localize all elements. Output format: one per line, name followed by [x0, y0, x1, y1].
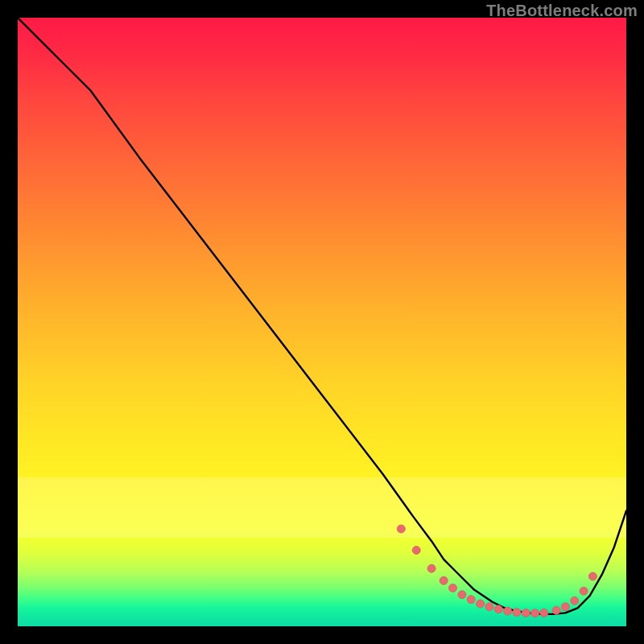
data-dot	[531, 609, 539, 617]
curve-layer	[18, 18, 626, 614]
data-dot	[580, 587, 588, 595]
data-dot	[458, 591, 466, 599]
data-dot	[513, 609, 521, 617]
data-dot	[571, 597, 579, 605]
data-dot	[485, 603, 493, 611]
watermark-text: TheBottleneck.com	[486, 2, 638, 20]
data-dot	[561, 603, 569, 611]
data-dot	[540, 609, 548, 617]
bottleneck-curve	[18, 18, 626, 614]
data-dot	[522, 609, 530, 617]
data-dot	[449, 584, 457, 592]
data-dot	[440, 576, 448, 584]
stage: TheBottleneck.com	[0, 0, 644, 644]
data-dot	[412, 547, 420, 555]
data-dot	[477, 600, 485, 608]
data-dot	[427, 564, 436, 572]
data-dot	[552, 606, 560, 614]
data-dot	[467, 596, 475, 604]
chart-overlay	[18, 18, 626, 626]
data-dot	[504, 607, 512, 615]
data-dot	[588, 572, 597, 580]
plot-area	[18, 18, 626, 626]
data-dot	[397, 525, 405, 533]
data-dot	[494, 605, 502, 613]
